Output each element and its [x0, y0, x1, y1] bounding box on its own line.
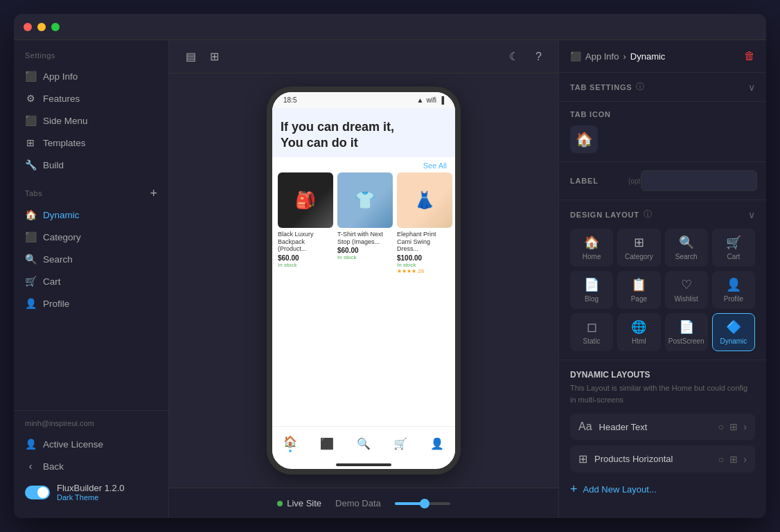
- battery-icon: ▐: [439, 96, 444, 104]
- wifi-icon: wifi: [426, 96, 436, 104]
- slider-thumb[interactable]: [420, 499, 429, 508]
- sidebar-item-app-info[interactable]: ⬛ App Info: [14, 65, 168, 87]
- static-layout-label: Static: [583, 337, 601, 345]
- dark-mode-icon[interactable]: ☾: [506, 47, 522, 66]
- layout-row-products-horizontal[interactable]: ⊞ Products Horizontal ○ ⊞ ›: [570, 445, 755, 472]
- sidebar-item-search[interactable]: 🔍 Search: [14, 248, 168, 270]
- product-stock-2: In stock: [397, 262, 452, 268]
- tab-settings-section: TAB SETTINGS ⓘ ∨: [559, 73, 766, 102]
- sidebar-item-dynamic[interactable]: 🏠 Dynamic: [14, 204, 168, 226]
- layout-row-header-text[interactable]: Aa Header Text ○ ⊞ ›: [570, 414, 755, 440]
- live-site-label: Live Site: [287, 498, 321, 508]
- layout-item-home[interactable]: 🏠 Home: [570, 229, 613, 267]
- layout-item-category[interactable]: ⊞ Category: [617, 229, 660, 267]
- sidebar-item-label-features: Features: [43, 94, 80, 104]
- header-text-chevron-icon[interactable]: ›: [743, 421, 747, 432]
- close-button[interactable]: [24, 23, 32, 31]
- product-image-shirt: 👕: [337, 172, 393, 228]
- delete-tab-button[interactable]: 🗑: [744, 50, 755, 62]
- user-email: minh@inspireui.com: [14, 419, 168, 433]
- sidebar-item-build[interactable]: 🔧 Build: [14, 154, 168, 176]
- design-layout-chevron-icon[interactable]: ∨: [748, 209, 755, 220]
- templates-icon: ⊞: [25, 137, 36, 148]
- sidebar-item-features[interactable]: ⚙ Features: [14, 87, 168, 109]
- profile-layout-label: Profile: [724, 295, 743, 303]
- sidebar-item-active-license[interactable]: 👤 Active License: [14, 433, 168, 455]
- grid-view-icon[interactable]: ⊞: [207, 47, 222, 66]
- sidebar-toggle-icon[interactable]: ▤: [183, 47, 199, 66]
- back-label: Back: [43, 461, 64, 472]
- home-indicator: [336, 463, 391, 466]
- features-icon: ⚙: [25, 93, 36, 104]
- layout-item-page[interactable]: 📋 Page: [617, 271, 660, 309]
- sidebar-item-cart[interactable]: 🛒 Cart: [14, 270, 168, 292]
- design-layout-header: DESIGN LAYOUT ⓘ ∨: [570, 209, 755, 220]
- layout-item-static[interactable]: ◻ Static: [570, 313, 613, 351]
- theme-toggle[interactable]: [25, 486, 50, 499]
- layout-item-dynamic[interactable]: 🔷 Dynamic: [712, 313, 755, 351]
- sidebar-bottom: minh@inspireui.com 👤 Active License ‹ Ba…: [14, 410, 168, 507]
- label-input-field[interactable]: [641, 170, 757, 191]
- phone-content: If you can dream it, You can do it See A…: [272, 108, 455, 426]
- app-window: Settings ⬛ App Info ⚙ Features ⬛ Side Me…: [14, 14, 766, 518]
- product-name-1: T-Shirt with Next Stop (Images...: [337, 231, 393, 246]
- slider-container[interactable]: [395, 502, 450, 505]
- dynamic-layout-icon: 🔷: [726, 319, 741, 335]
- header-text-circle-icon[interactable]: ○: [718, 421, 724, 432]
- page-layout-icon: 📋: [631, 277, 646, 292]
- hero-text-line2: You can do it: [281, 135, 447, 151]
- tab-icon-button[interactable]: 🏠: [570, 125, 598, 153]
- layout-item-html[interactable]: 🌐 Html: [617, 313, 660, 351]
- layout-item-cart[interactable]: 🛒 Cart: [712, 229, 755, 267]
- help-icon[interactable]: ?: [533, 48, 544, 66]
- sidebar-item-label-side-menu: Side Menu: [43, 116, 88, 126]
- demo-data-label: Demo Data: [335, 498, 381, 508]
- dynamic-layouts-section: DYNAMIC LAYOUTS This Layout is similar w…: [559, 360, 766, 511]
- nav-cart[interactable]: 🛒: [393, 437, 407, 450]
- maximize-button[interactable]: [51, 23, 60, 31]
- layout-item-wishlist[interactable]: ♡ Wishlist: [665, 271, 708, 309]
- dynamic-layout-label: Dynamic: [720, 337, 747, 345]
- side-menu-icon: ⬛: [25, 115, 36, 126]
- active-license-label: Active License: [43, 439, 103, 450]
- sidebar-item-side-menu[interactable]: ⬛ Side Menu: [14, 109, 168, 132]
- sidebar-item-label-search: Search: [43, 254, 73, 265]
- layout-item-search[interactable]: 🔍 Search: [665, 229, 708, 267]
- see-all-link[interactable]: See All: [423, 161, 447, 170]
- sidebar-item-back[interactable]: ‹ Back: [14, 455, 168, 477]
- layout-row-right-header: ○ ⊞ ›: [718, 421, 747, 432]
- postscreen-layout-icon: 📄: [679, 319, 694, 335]
- toggle-knob: [37, 487, 48, 498]
- sidebar: Settings ⬛ App Info ⚙ Features ⬛ Side Me…: [14, 40, 169, 518]
- add-tab-button[interactable]: +: [150, 187, 157, 200]
- nav-home[interactable]: 🏠: [283, 435, 297, 452]
- sidebar-item-profile[interactable]: 👤 Profile: [14, 292, 168, 314]
- design-layout-info-icon: ⓘ: [644, 209, 652, 220]
- layout-row-right-products: ○ ⊞ ›: [718, 454, 747, 465]
- nav-search[interactable]: 🔍: [357, 437, 371, 450]
- tab-settings-info-icon: ⓘ: [636, 81, 644, 93]
- design-layout-section: DESIGN LAYOUT ⓘ ∨ 🏠 Home ⊞ Category: [559, 200, 766, 360]
- blog-layout-label: Blog: [585, 295, 599, 303]
- phone-status-bar: 18:5 ▲ wifi ▐: [272, 92, 455, 108]
- products-circle-icon[interactable]: ○: [718, 454, 724, 465]
- nav-profile[interactable]: 👤: [430, 437, 444, 450]
- sidebar-item-category[interactable]: ⬛ Category: [14, 226, 168, 248]
- layout-item-postscreen[interactable]: 📄 PostScreen: [665, 313, 708, 351]
- minimize-button[interactable]: [37, 23, 46, 31]
- header-text-grid-icon[interactable]: ⊞: [729, 421, 738, 432]
- nav-category[interactable]: ⬛: [320, 437, 334, 450]
- products-chevron-icon[interactable]: ›: [743, 454, 747, 465]
- add-layout-row[interactable]: + Add New Layout...: [570, 478, 755, 501]
- tabs-header: Tabs +: [14, 187, 168, 204]
- license-icon: 👤: [25, 438, 36, 450]
- layout-item-profile[interactable]: 👤 Profile: [712, 271, 755, 309]
- products-grid-icon[interactable]: ⊞: [729, 454, 738, 465]
- tabs-section-label: Tabs: [25, 189, 42, 197]
- layout-item-blog[interactable]: 📄 Blog: [570, 271, 613, 309]
- cart-layout-icon: 🛒: [726, 235, 741, 250]
- product-price-1: $60.00: [337, 247, 393, 254]
- sidebar-item-templates[interactable]: ⊞ Templates: [14, 132, 168, 154]
- tab-settings-chevron-icon[interactable]: ∨: [748, 82, 755, 93]
- sidebar-item-label-profile: Profile: [43, 299, 69, 309]
